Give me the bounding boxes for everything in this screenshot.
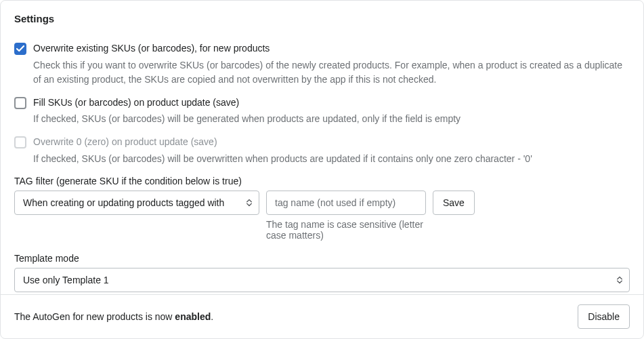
option-desc: If checked, SKUs (or barcodes) will be o… bbox=[33, 152, 630, 166]
tag-filter-row: When creating or updating products tagge… bbox=[14, 191, 630, 241]
option-label: Overwrite 0 (zero) on product update (sa… bbox=[33, 136, 630, 149]
option-label: Fill SKUs (or barcodes) on product updat… bbox=[33, 96, 630, 110]
status-prefix: The AutoGen for new products is now bbox=[14, 311, 175, 322]
save-button[interactable]: Save bbox=[433, 191, 475, 215]
chevron-updown-icon bbox=[246, 199, 252, 206]
status-suffix: . bbox=[211, 311, 213, 322]
status-state: enabled bbox=[175, 311, 211, 322]
page-title: Settings bbox=[14, 13, 630, 24]
option-desc: If checked, SKUs (or barcodes) will be g… bbox=[33, 112, 630, 126]
disable-button[interactable]: Disable bbox=[578, 304, 630, 329]
template-mode-label: Template mode bbox=[14, 253, 630, 264]
option-fill-on-update: Fill SKUs (or barcodes) on product updat… bbox=[14, 96, 630, 127]
tag-input-col: The tag name is case sensitive (letter c… bbox=[266, 191, 426, 241]
tag-filter-label: TAG filter (generate SKU if the conditio… bbox=[14, 176, 630, 186]
autogen-status: The AutoGen for new products is now enab… bbox=[14, 311, 213, 322]
option-label: Overwrite existing SKUs (or barcodes), f… bbox=[33, 42, 630, 56]
tag-name-input[interactable] bbox=[266, 191, 426, 215]
checkbox-fill-on-update[interactable] bbox=[14, 97, 26, 109]
card-body: Settings Overwrite existing SKUs (or bar… bbox=[1, 1, 643, 294]
checkbox-overwrite-new[interactable] bbox=[14, 43, 26, 55]
select-value: When creating or updating products tagge… bbox=[23, 197, 224, 208]
check-icon bbox=[16, 45, 24, 53]
settings-card: Settings Overwrite existing SKUs (or bar… bbox=[0, 0, 644, 339]
option-body: Overwrite 0 (zero) on product update (sa… bbox=[33, 136, 630, 166]
option-desc: Check this if you want to overwrite SKUs… bbox=[33, 58, 630, 87]
option-body: Overwrite existing SKUs (or barcodes), f… bbox=[33, 42, 630, 87]
tag-filter-mode-select[interactable]: When creating or updating products tagge… bbox=[14, 191, 259, 215]
chevron-updown-icon bbox=[617, 276, 622, 283]
tag-hint: The tag name is case sensitive (letter c… bbox=[266, 219, 426, 241]
select-value: Use only Template 1 bbox=[23, 275, 109, 285]
checkbox-overwrite-zero bbox=[14, 136, 26, 148]
template-mode-section: Template mode Use only Template 1 bbox=[14, 253, 630, 292]
template-mode-select[interactable]: Use only Template 1 bbox=[14, 268, 630, 292]
option-overwrite-new: Overwrite existing SKUs (or barcodes), f… bbox=[14, 42, 630, 87]
option-body: Fill SKUs (or barcodes) on product updat… bbox=[33, 96, 630, 127]
option-overwrite-zero: Overwrite 0 (zero) on product update (sa… bbox=[14, 136, 630, 166]
footer: The AutoGen for new products is now enab… bbox=[1, 294, 643, 338]
